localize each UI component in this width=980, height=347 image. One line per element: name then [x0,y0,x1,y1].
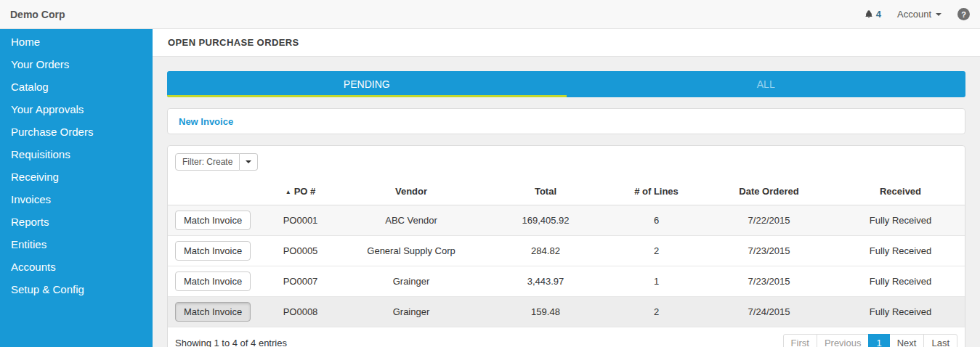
filter-dropdown-button[interactable] [240,153,258,171]
cell-received: Fully Received [836,245,965,256]
cell-total: 159.48 [480,306,611,317]
cell-vendor: ABC Vendor [342,215,480,226]
pagination-page-1[interactable]: 1 [868,334,889,347]
table-row: Match Invoice PO0007 Grainger 3,443.97 1… [168,266,965,297]
column-header-lines[interactable]: # of Lines [611,186,702,197]
cell-date-ordered: 7/22/2015 [702,215,836,226]
cell-vendor: Grainger [342,276,480,287]
content-inner: PENDING ALL New Invoice Filter: Create [153,57,980,347]
sidebar-item-receiving[interactable]: Receiving [0,166,153,188]
cell-po: PO0008 [259,306,342,317]
account-menu[interactable]: Account [897,9,941,20]
account-label: Account [897,9,931,20]
pagination-last[interactable]: Last [923,334,957,347]
column-header-date-ordered[interactable]: Date Ordered [702,186,836,197]
tab-pending[interactable]: PENDING [167,71,567,97]
page-title-bar: OPEN PURCHASE ORDERS [153,29,980,57]
top-bar: Demo Corp 4 Account ? [0,0,980,29]
column-header-total[interactable]: Total [480,186,611,197]
cell-received: Fully Received [836,215,965,226]
cell-action: Match Invoice [168,272,259,291]
new-invoice-link[interactable]: New Invoice [179,116,233,127]
topbar-actions: 4 Account ? [864,8,970,20]
body-row: Home Your Orders Catalog Your Approvals … [0,29,980,347]
pagination-first[interactable]: First [783,334,817,347]
sidebar-item-entities[interactable]: Entities [0,233,153,256]
match-invoice-button[interactable]: Match Invoice [175,211,251,230]
sidebar-item-home[interactable]: Home [0,30,153,53]
match-invoice-button[interactable]: Match Invoice [175,272,251,291]
sidebar-item-your-approvals[interactable]: Your Approvals [0,98,153,121]
pagination-next[interactable]: Next [889,334,925,347]
cell-po: PO0005 [259,245,342,256]
cell-lines: 1 [611,276,702,287]
cell-po: PO0007 [259,276,342,287]
cell-date-ordered: 7/23/2015 [702,276,836,287]
cell-total: 3,443.97 [480,276,611,287]
caret-down-icon [936,13,941,16]
notification-count-badge: 4 [876,9,881,20]
cell-action: Match Invoice [168,241,259,261]
pagination: First Previous 1 Next Last [783,334,957,347]
sidebar-item-reports[interactable]: Reports [0,211,153,233]
question-mark-icon: ? [961,10,966,19]
sidebar-item-catalog[interactable]: Catalog [0,75,153,98]
app-root: Demo Corp 4 Account ? Home Your Orders C… [0,0,980,347]
cell-lines: 2 [611,306,702,317]
cell-lines: 2 [611,245,702,256]
cell-date-ordered: 7/24/2015 [702,306,836,317]
cell-date-ordered: 7/23/2015 [702,245,836,256]
sidebar-item-requisitions[interactable]: Requisitions [0,143,153,166]
cell-total: 284.82 [480,245,611,256]
notifications-button[interactable]: 4 [864,9,881,20]
brand-title: Demo Corp [10,9,65,20]
sidebar-item-your-orders[interactable]: Your Orders [0,53,153,75]
tab-all[interactable]: ALL [567,71,966,97]
cell-action: Match Invoice [168,211,259,230]
match-invoice-button[interactable]: Match Invoice [175,302,251,322]
sort-asc-icon: ▲ [286,189,291,195]
sidebar-item-setup-config[interactable]: Setup & Config [0,278,153,301]
cell-received: Fully Received [836,276,965,287]
sidebar-item-accounts[interactable]: Accounts [0,256,153,278]
main-content: OPEN PURCHASE ORDERS PENDING ALL New Inv… [153,29,980,347]
help-button[interactable]: ? [957,8,970,20]
purchase-orders-panel: Filter: Create ▲PO # Vendor Total [167,145,965,347]
bell-icon [864,9,874,20]
column-header-vendor[interactable]: Vendor [342,186,480,197]
new-invoice-panel: New Invoice [167,108,965,134]
cell-lines: 6 [611,215,702,226]
cell-po: PO0001 [259,215,342,226]
sidebar-item-purchase-orders[interactable]: Purchase Orders [0,121,153,143]
entries-summary: Showing 1 to 4 of 4 entries [175,338,287,347]
tab-bar: PENDING ALL [167,71,965,97]
table-row: Match Invoice PO0008 Grainger 159.48 2 7… [168,297,965,327]
sidebar: Home Your Orders Catalog Your Approvals … [0,29,153,347]
table-header-row: ▲PO # Vendor Total # of Lines Date Order… [168,178,965,205]
column-header-received[interactable]: Received [836,186,965,197]
page-title: OPEN PURCHASE ORDERS [168,37,965,48]
cell-vendor: Grainger [342,306,480,317]
filter-button[interactable]: Filter: Create [175,153,240,171]
cell-vendor: General Supply Corp [342,245,480,256]
cell-received: Fully Received [836,306,965,317]
filter-button-group: Filter: Create [175,153,258,171]
column-header-po-label: PO # [294,186,316,197]
table-row: Match Invoice PO0005 General Supply Corp… [168,236,965,266]
tab-pending-label: PENDING [344,78,390,90]
table-row: Match Invoice PO0001 ABC Vendor 169,405.… [168,205,965,236]
filter-row: Filter: Create [168,146,965,178]
caret-down-icon [246,160,251,163]
table-footer: Showing 1 to 4 of 4 entries First Previo… [168,327,965,347]
column-header-po[interactable]: ▲PO # [259,186,342,197]
cell-action: Match Invoice [168,302,259,322]
cell-total: 169,405.92 [480,215,611,226]
pagination-previous[interactable]: Previous [817,334,870,347]
sidebar-item-invoices[interactable]: Invoices [0,188,153,211]
match-invoice-button[interactable]: Match Invoice [175,241,251,261]
tab-all-label: ALL [757,78,775,90]
